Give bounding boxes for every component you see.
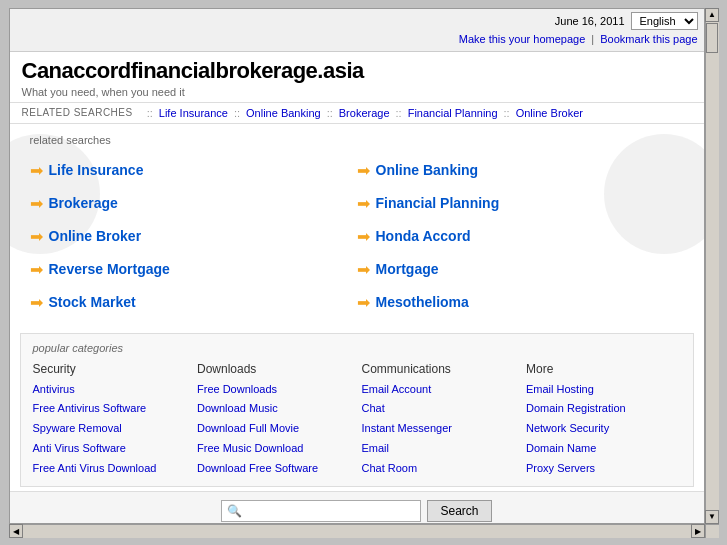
rs-link-reverse-mortgage[interactable]: Reverse Mortgage bbox=[49, 261, 170, 277]
rs-link-life-insurance[interactable]: Life Insurance bbox=[49, 162, 144, 178]
arrow-icon: ➡ bbox=[357, 161, 370, 180]
pop-link-chat[interactable]: Chat bbox=[362, 399, 517, 419]
pop-link-chat-room[interactable]: Chat Room bbox=[362, 459, 517, 479]
pop-link-domain-registration[interactable]: Domain Registration bbox=[526, 399, 681, 419]
pop-link-email-account[interactable]: Email Account bbox=[362, 380, 517, 400]
popular-categories-title: popular categories bbox=[33, 342, 681, 354]
list-item: ➡ Honda Accord bbox=[357, 220, 684, 253]
popular-col-downloads: Downloads Free Downloads Download Music … bbox=[197, 362, 352, 479]
nav-item-financial-planning[interactable]: Financial Planning bbox=[408, 107, 498, 119]
list-item: ➡ Online Banking bbox=[357, 154, 684, 187]
list-item: ➡ Mesothelioma bbox=[357, 286, 684, 319]
rs-link-online-banking[interactable]: Online Banking bbox=[376, 162, 479, 178]
site-title: Canaccordfinancialbrokerage.asia bbox=[22, 58, 692, 84]
horizontal-scrollbar[interactable]: ◀ ▶ bbox=[9, 524, 705, 538]
pop-link-download-music[interactable]: Download Music bbox=[197, 399, 352, 419]
pop-link-spyware-removal[interactable]: Spyware Removal bbox=[33, 419, 188, 439]
rs-link-online-broker[interactable]: Online Broker bbox=[49, 228, 142, 244]
arrow-icon: ➡ bbox=[30, 161, 43, 180]
language-select[interactable]: English bbox=[631, 12, 698, 30]
pop-link-download-free-software[interactable]: Download Free Software bbox=[197, 459, 352, 479]
rs-link-mortgage[interactable]: Mortgage bbox=[376, 261, 439, 277]
pop-link-instant-messenger[interactable]: Instant Messenger bbox=[362, 419, 517, 439]
vertical-scrollbar[interactable]: ▲ ▼ bbox=[705, 8, 719, 524]
scroll-up-button[interactable]: ▲ bbox=[705, 8, 719, 22]
scroll-thumb[interactable] bbox=[706, 23, 718, 53]
related-searches-section-title: related searches bbox=[30, 134, 684, 146]
arrow-icon: ➡ bbox=[30, 227, 43, 246]
list-item: ➡ Mortgage bbox=[357, 253, 684, 286]
site-tagline: What you need, when you need it bbox=[22, 86, 692, 98]
popular-col-communications: Communications Email Account Chat Instan… bbox=[362, 362, 517, 479]
arrow-icon: ➡ bbox=[357, 260, 370, 279]
scroll-right-button[interactable]: ▶ bbox=[691, 524, 705, 538]
search-input[interactable] bbox=[221, 500, 421, 522]
rs-link-stock-market[interactable]: Stock Market bbox=[49, 294, 136, 310]
rs-link-brokerage[interactable]: Brokerage bbox=[49, 195, 118, 211]
search-bar: 🔍 Search bbox=[10, 491, 704, 522]
nav-item-life-insurance[interactable]: Life Insurance bbox=[159, 107, 228, 119]
pop-link-anti-virus-software[interactable]: Anti Virus Software bbox=[33, 439, 188, 459]
col-heading-more: More bbox=[526, 362, 681, 376]
nav-item-online-broker[interactable]: Online Broker bbox=[516, 107, 583, 119]
search-icon: 🔍 bbox=[227, 504, 242, 518]
arrow-icon: ➡ bbox=[30, 194, 43, 213]
search-button[interactable]: Search bbox=[427, 500, 491, 522]
rs-link-mesothelioma[interactable]: Mesothelioma bbox=[376, 294, 469, 310]
pop-link-antivirus[interactable]: Antivirus bbox=[33, 380, 188, 400]
arrow-icon: ➡ bbox=[30, 293, 43, 312]
search-input-wrap: 🔍 bbox=[221, 500, 421, 522]
related-searches-grid: ➡ Life Insurance ➡ Brokerage ➡ Online Br… bbox=[30, 154, 684, 319]
list-item: ➡ Stock Market bbox=[30, 286, 357, 319]
popular-col-security: Security Antivirus Free Antivirus Softwa… bbox=[33, 362, 188, 479]
pop-link-download-full-movie[interactable]: Download Full Movie bbox=[197, 419, 352, 439]
popular-grid: Security Antivirus Free Antivirus Softwa… bbox=[33, 362, 681, 479]
nav-item-online-banking[interactable]: Online Banking bbox=[246, 107, 321, 119]
arrow-icon: ➡ bbox=[357, 194, 370, 213]
scrollbar-corner bbox=[705, 524, 719, 538]
popular-categories-section: popular categories Security Antivirus Fr… bbox=[20, 333, 694, 488]
nav-item-brokerage[interactable]: Brokerage bbox=[339, 107, 390, 119]
pop-link-free-downloads[interactable]: Free Downloads bbox=[197, 380, 352, 400]
pop-link-proxy-servers[interactable]: Proxy Servers bbox=[526, 459, 681, 479]
list-item: ➡ Reverse Mortgage bbox=[30, 253, 357, 286]
col-heading-downloads: Downloads bbox=[197, 362, 352, 376]
pop-link-domain-name[interactable]: Domain Name bbox=[526, 439, 681, 459]
bookmark-link[interactable]: Bookmark this page bbox=[600, 33, 697, 45]
pop-link-network-security[interactable]: Network Security bbox=[526, 419, 681, 439]
pop-link-free-anti-virus-download[interactable]: Free Anti Virus Download bbox=[33, 459, 188, 479]
pop-link-free-antivirus-software[interactable]: Free Antivirus Software bbox=[33, 399, 188, 419]
list-item: ➡ Life Insurance bbox=[30, 154, 357, 187]
date-label: June 16, 2011 bbox=[555, 15, 625, 27]
list-item: ➡ Financial Planning bbox=[357, 187, 684, 220]
pop-link-email[interactable]: Email bbox=[362, 439, 517, 459]
pop-link-free-music-download[interactable]: Free Music Download bbox=[197, 439, 352, 459]
popular-col-more: More Email Hosting Domain Registration N… bbox=[526, 362, 681, 479]
rs-link-financial-planning[interactable]: Financial Planning bbox=[376, 195, 500, 211]
rs-link-honda-accord[interactable]: Honda Accord bbox=[376, 228, 471, 244]
nav-bar: RELATED SEARCHES :: Life Insurance :: On… bbox=[10, 103, 704, 124]
pop-link-email-hosting[interactable]: Email Hosting bbox=[526, 380, 681, 400]
scroll-left-button[interactable]: ◀ bbox=[9, 524, 23, 538]
arrow-icon: ➡ bbox=[357, 227, 370, 246]
related-searches-label: RELATED SEARCHES bbox=[22, 107, 133, 118]
scroll-track bbox=[706, 22, 719, 510]
list-item: ➡ Brokerage bbox=[30, 187, 357, 220]
list-item: ➡ Online Broker bbox=[30, 220, 357, 253]
col-heading-security: Security bbox=[33, 362, 188, 376]
make-homepage-link[interactable]: Make this your homepage bbox=[459, 33, 586, 45]
scroll-down-button[interactable]: ▼ bbox=[705, 510, 719, 524]
arrow-icon: ➡ bbox=[30, 260, 43, 279]
col-heading-communications: Communications bbox=[362, 362, 517, 376]
arrow-icon: ➡ bbox=[357, 293, 370, 312]
